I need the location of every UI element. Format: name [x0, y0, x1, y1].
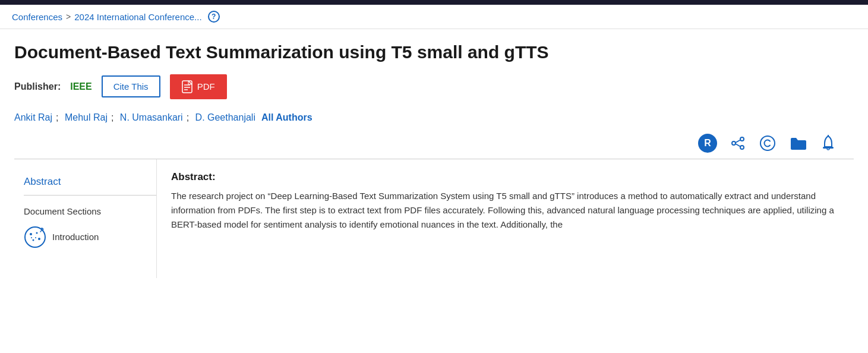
svg-point-18: [31, 237, 32, 238]
action-icons-row: R: [14, 134, 854, 153]
sidebar-intro-row: Introduction: [24, 222, 156, 248]
all-authors-link[interactable]: All Authors: [261, 112, 313, 123]
svg-point-5: [740, 146, 744, 149]
author-ankit-raj[interactable]: Ankit Raj: [14, 112, 52, 123]
author-mehul-raj[interactable]: Mehul Raj: [62, 112, 107, 123]
copyright-icon[interactable]: [759, 134, 777, 152]
top-bar: [0, 0, 868, 5]
breadcrumb-separator: >: [66, 12, 71, 21]
sidebar-introduction-link[interactable]: Introduction: [52, 232, 99, 242]
pdf-button[interactable]: PDF: [170, 74, 227, 99]
bell-icon[interactable]: [820, 135, 836, 152]
svg-line-7: [736, 140, 740, 143]
share-icon[interactable]: [730, 137, 746, 150]
folder-icon[interactable]: [790, 135, 807, 151]
svg-point-4: [740, 137, 744, 141]
svg-point-6: [732, 141, 736, 145]
author-sep-2: ;: [111, 112, 113, 123]
pdf-button-label: PDF: [197, 81, 215, 92]
author-n-umasankari[interactable]: N. Umasankari: [117, 112, 182, 123]
r-icon[interactable]: R: [698, 134, 717, 153]
abstract-panel: Abstract: The research project on “Deep …: [157, 159, 854, 278]
svg-point-15: [38, 238, 40, 240]
authors-row: Ankit Raj ; Mehul Raj ; N. Umasankari ; …: [14, 112, 854, 123]
cookie-icon: [24, 226, 46, 248]
sidebar-doc-sections[interactable]: Document Sections: [24, 201, 156, 222]
sidebar: Abstract Document Sections Introduction: [14, 159, 157, 278]
breadcrumb-conference[interactable]: 2024 International Conference...: [74, 12, 201, 22]
abstract-heading: Abstract:: [171, 171, 839, 183]
author-d-geethanjali[interactable]: D. Geethanjali: [192, 112, 255, 123]
paper-title: Document-Based Text Summarization using …: [14, 41, 854, 64]
sidebar-abstract-link[interactable]: Abstract: [24, 171, 156, 196]
author-sep-3: ;: [187, 112, 189, 123]
svg-point-17: [35, 237, 36, 238]
help-icon[interactable]: ?: [208, 11, 220, 23]
publisher-name: IEEE: [70, 81, 91, 92]
main-content: Document-Based Text Summarization using …: [0, 29, 868, 278]
svg-rect-10: [823, 147, 834, 149]
bottom-section: Abstract Document Sections Introduction: [14, 159, 854, 278]
breadcrumb-conferences[interactable]: Conferences: [12, 12, 62, 22]
svg-line-8: [736, 144, 740, 147]
breadcrumb: Conferences > 2024 International Confere…: [0, 5, 868, 29]
svg-point-13: [30, 233, 32, 235]
cite-this-button[interactable]: Cite This: [102, 75, 160, 97]
publisher-label: Publisher:: [14, 81, 61, 92]
svg-point-16: [33, 239, 34, 241]
svg-point-14: [36, 232, 38, 234]
publisher-row: Publisher: IEEE Cite This PDF: [14, 74, 854, 99]
abstract-text: The research project on “Deep Learning-B…: [171, 189, 839, 232]
author-sep-1: ;: [56, 112, 58, 123]
pdf-icon: [182, 80, 192, 93]
svg-point-9: [760, 136, 775, 150]
